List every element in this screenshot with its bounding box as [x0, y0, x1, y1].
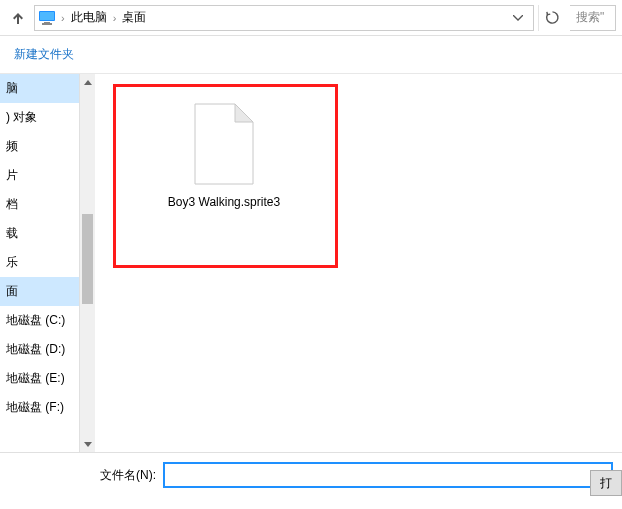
- address-bar[interactable]: › 此电脑 › 桌面: [34, 5, 534, 31]
- sidebar: 脑) 对象频片档载乐面 地磁盘 (C:) 地磁盘 (D:) 地磁盘 (E:) 地…: [0, 74, 95, 452]
- address-dropdown-button[interactable]: [507, 6, 529, 30]
- breadcrumb-part[interactable]: 桌面: [122, 9, 146, 26]
- filename-label: 文件名(N):: [100, 467, 156, 484]
- file-pane[interactable]: Boy3 Walking.sprite3: [95, 74, 622, 452]
- breadcrumb-sep: ›: [113, 12, 117, 24]
- svg-rect-3: [42, 23, 52, 25]
- open-button-label: 打: [600, 475, 612, 492]
- breadcrumb-sep: ›: [61, 12, 65, 24]
- search-placeholder: 搜索": [576, 9, 604, 26]
- pc-icon: [39, 11, 55, 25]
- scroll-thumb[interactable]: [82, 214, 93, 304]
- svg-rect-2: [44, 22, 50, 23]
- filename-input[interactable]: [164, 463, 612, 487]
- chevron-down-icon: [513, 15, 523, 21]
- open-button[interactable]: 打: [590, 470, 622, 496]
- file-icon: [191, 102, 257, 186]
- sidebar-scrollbar[interactable]: [79, 74, 95, 452]
- scroll-down-button[interactable]: [80, 436, 95, 452]
- new-folder-button[interactable]: 新建文件夹: [14, 47, 74, 61]
- nav-up-button[interactable]: [6, 6, 30, 30]
- refresh-icon: [545, 10, 560, 25]
- file-label: Boy3 Walking.sprite3: [149, 194, 299, 211]
- scroll-up-button[interactable]: [80, 74, 95, 90]
- chevron-up-icon: [84, 80, 92, 85]
- breadcrumb-part[interactable]: 此电脑: [71, 9, 107, 26]
- arrow-up-icon: [10, 10, 26, 26]
- refresh-button[interactable]: [538, 5, 566, 31]
- breadcrumb: › 此电脑 › 桌面: [61, 9, 501, 26]
- search-input[interactable]: 搜索": [570, 5, 616, 31]
- chevron-down-icon: [84, 442, 92, 447]
- file-item[interactable]: Boy3 Walking.sprite3: [149, 102, 299, 211]
- svg-rect-1: [40, 12, 54, 20]
